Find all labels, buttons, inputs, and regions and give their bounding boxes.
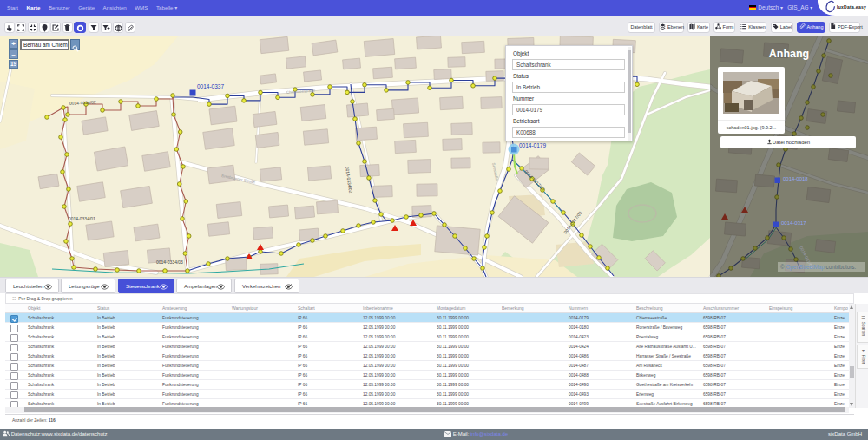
- svg-text:0014-0337: 0014-0337: [197, 83, 224, 89]
- svg-text:0014-0334/03: 0014-0334/03: [156, 259, 183, 265]
- svg-text:luxData.easy: luxData.easy: [837, 4, 866, 10]
- svg-text:0014-0334/01: 0014-0334/01: [69, 216, 95, 221]
- svg-text:0014-0179: 0014-0179: [519, 142, 546, 148]
